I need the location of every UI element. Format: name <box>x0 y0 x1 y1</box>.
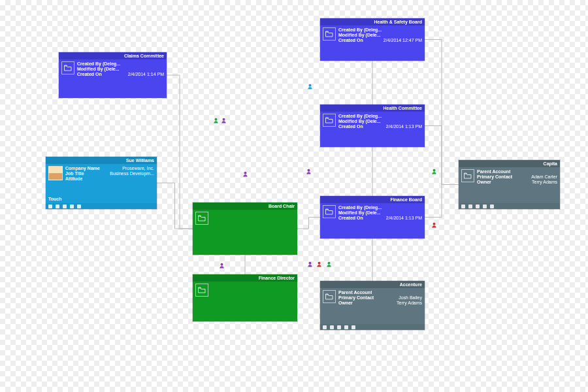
field-value <box>418 119 422 124</box>
field-value <box>418 114 422 119</box>
field-value: Business Developm... <box>106 171 154 176</box>
field-label: Attitude <box>65 176 82 182</box>
field-value <box>553 169 557 174</box>
footer-action-icon[interactable] <box>476 204 480 208</box>
field-label: Created By (Deleg... <box>338 114 382 119</box>
node-sue[interactable]: Sue WilliamsCompany NameProseware, Inc.J… <box>46 157 157 209</box>
footer-action-icon[interactable] <box>468 204 472 208</box>
node-footer <box>459 203 560 209</box>
node-claims[interactable]: Claims CommitteeCreated By (Deleg...Modi… <box>59 52 167 98</box>
field-value <box>418 205 422 210</box>
person-marker-icon <box>431 222 437 228</box>
node-title: Finance Board <box>320 196 425 203</box>
field-value: 2/4/2014 1:13 PM <box>382 124 422 129</box>
node-body: Company NameProseware, Inc.Job TitleBusi… <box>46 164 157 183</box>
node-title: Accenture <box>320 281 425 288</box>
field-label: Primary Contact <box>338 295 374 301</box>
folder-icon <box>461 169 474 182</box>
footer-action-icon[interactable] <box>483 204 487 208</box>
svg-point-10 <box>221 263 223 266</box>
field-value <box>418 210 422 216</box>
svg-point-1 <box>223 118 225 121</box>
node-title: Sue Williams <box>46 157 157 164</box>
node-health[interactable]: Health CommitteeCreated By (Deleg...Modi… <box>320 105 425 147</box>
node-title: Capita <box>459 160 560 167</box>
field-label: Parent Account <box>477 169 510 174</box>
folder-icon <box>323 290 336 303</box>
node-health_safety[interactable]: Health & Safety BoardCreated By (Deleg..… <box>320 18 425 61</box>
field-value: 2/4/2014 12:47 PM <box>380 38 422 43</box>
person-marker-icon <box>326 261 332 267</box>
footer-action-icon[interactable] <box>63 204 67 208</box>
avatar <box>48 166 63 180</box>
node-title: Health & Safety Board <box>320 18 425 25</box>
field-label: Company Name <box>65 166 100 171</box>
node-body: Parent AccountPrimary ContactAdam Carter… <box>459 167 560 186</box>
field-label: Job Title <box>65 171 84 176</box>
field-value: Proseware, Inc. <box>118 166 154 171</box>
field-value: 2/4/2014 1:14 PM <box>124 72 164 77</box>
footer-action-icon[interactable] <box>337 325 341 329</box>
field-label: Created By (Deleg... <box>338 27 382 33</box>
field-value <box>150 176 154 182</box>
field-label: Modified By (Dele... <box>77 67 120 72</box>
svg-point-7 <box>309 262 312 265</box>
touch-label: Touch <box>48 197 61 201</box>
field-value: Terry Adams <box>393 301 422 306</box>
field-label: Parent Account <box>338 290 372 295</box>
footer-action-icon[interactable] <box>48 204 52 208</box>
node-body <box>193 210 297 226</box>
node-board_chair[interactable]: Board Chair <box>193 203 297 255</box>
footer-action-icon[interactable] <box>70 204 74 208</box>
node-accenture[interactable]: AccentureParent AccountPrimary ContactJo… <box>320 281 425 330</box>
folder-icon <box>61 61 74 74</box>
node-body: Parent AccountPrimary ContactJosh Bailey… <box>320 288 425 307</box>
person-marker-icon <box>213 118 219 123</box>
svg-point-0 <box>215 118 218 121</box>
person-marker-icon <box>307 261 313 267</box>
node-body: Created By (Deleg...Modified By (Dele...… <box>320 112 425 131</box>
field-label: Modified By (Dele... <box>338 33 381 38</box>
footer-action-icon[interactable] <box>56 204 59 208</box>
node-body: Created By (Deleg...Modified By (Dele...… <box>320 25 425 44</box>
node-finance_dir[interactable]: Finance Director <box>193 274 297 321</box>
footer-action-icon[interactable] <box>461 204 465 208</box>
field-label: Owner <box>477 180 491 185</box>
field-label: Modified By (Dele... <box>338 119 381 124</box>
field-value <box>418 33 422 38</box>
node-title: Health Committee <box>320 105 425 112</box>
field-label: Primary Contact <box>477 174 512 180</box>
field-label: Owner <box>338 301 353 306</box>
person-marker-icon <box>219 263 225 269</box>
field-value <box>418 290 422 295</box>
footer-action-icon[interactable] <box>351 325 355 329</box>
node-title: Board Chair <box>193 203 297 210</box>
footer-action-icon[interactable] <box>323 325 327 329</box>
svg-point-8 <box>318 262 321 265</box>
footer-action-icon[interactable] <box>77 204 81 208</box>
field-label: Created On <box>338 124 363 129</box>
folder-icon <box>195 212 208 225</box>
node-finance_board[interactable]: Finance BoardCreated By (Deleg...Modifie… <box>320 196 425 238</box>
folder-icon <box>323 205 336 218</box>
field-value <box>160 61 164 67</box>
field-value <box>160 67 164 72</box>
folder-icon <box>323 114 336 127</box>
field-value: 2/4/2014 1:13 PM <box>382 216 422 221</box>
person-marker-icon <box>306 169 312 174</box>
node-body: Created By (Deleg...Modified By (Dele...… <box>59 59 167 78</box>
svg-point-3 <box>244 172 247 174</box>
field-value <box>418 27 422 33</box>
footer-action-icon[interactable] <box>490 204 494 208</box>
field-label: Created On <box>338 216 363 221</box>
footer-action-icon[interactable] <box>330 325 334 329</box>
footer-action-icon[interactable] <box>344 325 348 329</box>
node-body <box>193 282 297 298</box>
field-value: Josh Bailey <box>395 295 422 301</box>
field-value: Terry Adams <box>528 180 557 185</box>
node-title: Finance Director <box>193 274 297 282</box>
org-chart-canvas[interactable]: Claims CommitteeCreated By (Deleg...Modi… <box>0 0 588 392</box>
field-label: Created By (Deleg... <box>77 61 120 67</box>
svg-point-5 <box>433 169 436 172</box>
node-capita[interactable]: CapitaParent AccountPrimary ContactAdam … <box>459 160 560 209</box>
